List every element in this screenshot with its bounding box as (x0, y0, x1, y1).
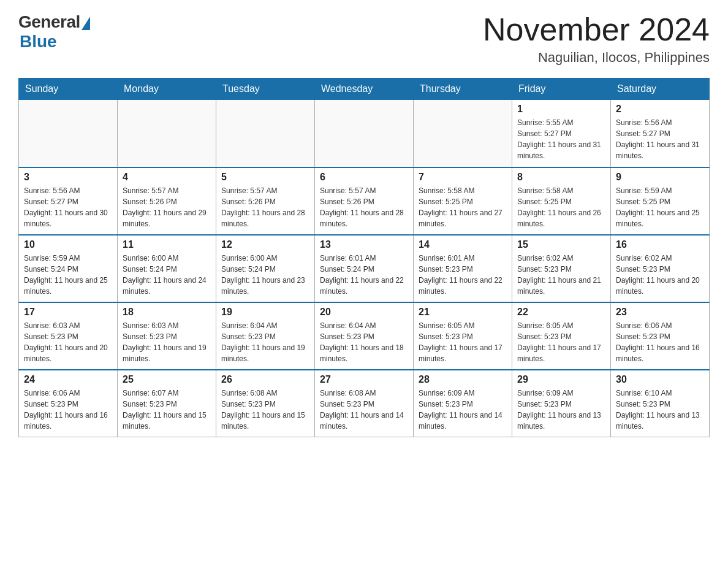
day-number: 26 (221, 374, 309, 385)
logo-general-text: General (18, 12, 80, 32)
day-number: 16 (616, 239, 704, 250)
weekday-header-thursday: Thursday (414, 79, 512, 100)
calendar-week-row-2: 3Sunrise: 5:56 AMSunset: 5:27 PMDaylight… (19, 167, 710, 235)
logo-blue-text: Blue (20, 32, 57, 52)
day-number: 12 (221, 239, 309, 250)
calendar-cell: 8Sunrise: 5:58 AMSunset: 5:25 PMDaylight… (512, 167, 611, 235)
weekday-header-monday: Monday (118, 79, 216, 100)
day-number: 1 (517, 104, 605, 115)
day-sun-info: Sunrise: 6:02 AMSunset: 5:23 PMDaylight:… (517, 253, 605, 297)
calendar-week-row-1: 1Sunrise: 5:55 AMSunset: 5:27 PMDaylight… (19, 100, 710, 167)
day-sun-info: Sunrise: 6:09 AMSunset: 5:23 PMDaylight:… (419, 388, 507, 432)
day-number: 10 (24, 239, 112, 250)
weekday-header-row: SundayMondayTuesdayWednesdayThursdayFrid… (19, 79, 710, 100)
logo: General Blue (18, 12, 90, 52)
weekday-header-saturday: Saturday (611, 79, 710, 100)
weekday-header-tuesday: Tuesday (216, 79, 315, 100)
weekday-header-wednesday: Wednesday (315, 79, 414, 100)
calendar-cell (414, 100, 512, 167)
calendar-cell: 24Sunrise: 6:06 AMSunset: 5:23 PMDayligh… (19, 370, 118, 437)
calendar-cell: 6Sunrise: 5:57 AMSunset: 5:26 PMDaylight… (315, 167, 414, 235)
calendar-cell (19, 100, 118, 167)
day-number: 15 (517, 239, 605, 250)
calendar-cell: 25Sunrise: 6:07 AMSunset: 5:23 PMDayligh… (118, 370, 216, 437)
calendar-week-row-5: 24Sunrise: 6:06 AMSunset: 5:23 PMDayligh… (19, 370, 710, 437)
calendar-cell: 10Sunrise: 5:59 AMSunset: 5:24 PMDayligh… (19, 235, 118, 302)
calendar-cell: 17Sunrise: 6:03 AMSunset: 5:23 PMDayligh… (19, 302, 118, 370)
day-sun-info: Sunrise: 6:00 AMSunset: 5:24 PMDaylight:… (123, 253, 211, 297)
day-sun-info: Sunrise: 6:10 AMSunset: 5:23 PMDaylight:… (616, 388, 704, 432)
day-number: 5 (221, 172, 309, 183)
calendar-cell: 20Sunrise: 6:04 AMSunset: 5:23 PMDayligh… (315, 302, 414, 370)
calendar-cell: 12Sunrise: 6:00 AMSunset: 5:24 PMDayligh… (216, 235, 315, 302)
calendar-cell: 26Sunrise: 6:08 AMSunset: 5:23 PMDayligh… (216, 370, 315, 437)
calendar-cell: 14Sunrise: 6:01 AMSunset: 5:23 PMDayligh… (414, 235, 512, 302)
day-sun-info: Sunrise: 5:59 AMSunset: 5:24 PMDaylight:… (24, 253, 112, 297)
calendar-cell: 2Sunrise: 5:56 AMSunset: 5:27 PMDaylight… (611, 100, 710, 167)
calendar-cell: 16Sunrise: 6:02 AMSunset: 5:23 PMDayligh… (611, 235, 710, 302)
day-number: 22 (517, 307, 605, 318)
day-sun-info: Sunrise: 6:04 AMSunset: 5:23 PMDaylight:… (320, 320, 408, 364)
day-sun-info: Sunrise: 6:03 AMSunset: 5:23 PMDaylight:… (123, 320, 211, 364)
day-sun-info: Sunrise: 5:59 AMSunset: 5:25 PMDaylight:… (616, 185, 704, 229)
day-sun-info: Sunrise: 6:05 AMSunset: 5:23 PMDaylight:… (517, 320, 605, 364)
calendar-cell: 22Sunrise: 6:05 AMSunset: 5:23 PMDayligh… (512, 302, 611, 370)
day-sun-info: Sunrise: 6:09 AMSunset: 5:23 PMDaylight:… (517, 388, 605, 432)
day-sun-info: Sunrise: 5:58 AMSunset: 5:25 PMDaylight:… (419, 185, 507, 229)
day-number: 25 (123, 374, 211, 385)
month-title: November 2024 (483, 12, 710, 47)
day-sun-info: Sunrise: 6:07 AMSunset: 5:23 PMDaylight:… (123, 388, 211, 432)
day-number: 30 (616, 374, 704, 385)
day-number: 27 (320, 374, 408, 385)
calendar-cell: 15Sunrise: 6:02 AMSunset: 5:23 PMDayligh… (512, 235, 611, 302)
day-number: 11 (123, 239, 211, 250)
weekday-header-friday: Friday (512, 79, 611, 100)
page-header: General Blue November 2024 Naguilian, Il… (18, 12, 710, 66)
weekday-header-sunday: Sunday (19, 79, 118, 100)
day-number: 24 (24, 374, 112, 385)
day-number: 28 (419, 374, 507, 385)
calendar-cell: 7Sunrise: 5:58 AMSunset: 5:25 PMDaylight… (414, 167, 512, 235)
day-number: 19 (221, 307, 309, 318)
day-number: 18 (123, 307, 211, 318)
calendar-table: SundayMondayTuesdayWednesdayThursdayFrid… (18, 78, 710, 437)
calendar-cell: 30Sunrise: 6:10 AMSunset: 5:23 PMDayligh… (611, 370, 710, 437)
day-sun-info: Sunrise: 6:01 AMSunset: 5:24 PMDaylight:… (320, 253, 408, 297)
calendar-cell (118, 100, 216, 167)
day-number: 4 (123, 172, 211, 183)
day-number: 14 (419, 239, 507, 250)
day-number: 17 (24, 307, 112, 318)
calendar-week-row-4: 17Sunrise: 6:03 AMSunset: 5:23 PMDayligh… (19, 302, 710, 370)
day-sun-info: Sunrise: 6:08 AMSunset: 5:23 PMDaylight:… (320, 388, 408, 432)
calendar-cell: 28Sunrise: 6:09 AMSunset: 5:23 PMDayligh… (414, 370, 512, 437)
day-sun-info: Sunrise: 5:58 AMSunset: 5:25 PMDaylight:… (517, 185, 605, 229)
day-number: 9 (616, 172, 704, 183)
day-number: 23 (616, 307, 704, 318)
calendar-cell: 4Sunrise: 5:57 AMSunset: 5:26 PMDaylight… (118, 167, 216, 235)
day-sun-info: Sunrise: 6:05 AMSunset: 5:23 PMDaylight:… (419, 320, 507, 364)
title-block: November 2024 Naguilian, Ilocos, Philipp… (483, 12, 710, 66)
calendar-week-row-3: 10Sunrise: 5:59 AMSunset: 5:24 PMDayligh… (19, 235, 710, 302)
day-sun-info: Sunrise: 5:55 AMSunset: 5:27 PMDaylight:… (517, 117, 605, 161)
day-sun-info: Sunrise: 5:56 AMSunset: 5:27 PMDaylight:… (616, 117, 704, 161)
calendar-cell: 18Sunrise: 6:03 AMSunset: 5:23 PMDayligh… (118, 302, 216, 370)
day-number: 7 (419, 172, 507, 183)
day-sun-info: Sunrise: 5:57 AMSunset: 5:26 PMDaylight:… (320, 185, 408, 229)
day-number: 20 (320, 307, 408, 318)
day-sun-info: Sunrise: 5:56 AMSunset: 5:27 PMDaylight:… (24, 185, 112, 229)
calendar-cell: 1Sunrise: 5:55 AMSunset: 5:27 PMDaylight… (512, 100, 611, 167)
calendar-cell: 11Sunrise: 6:00 AMSunset: 5:24 PMDayligh… (118, 235, 216, 302)
calendar-cell: 9Sunrise: 5:59 AMSunset: 5:25 PMDaylight… (611, 167, 710, 235)
logo-triangle-icon (82, 17, 90, 30)
calendar-cell: 23Sunrise: 6:06 AMSunset: 5:23 PMDayligh… (611, 302, 710, 370)
day-sun-info: Sunrise: 6:06 AMSunset: 5:23 PMDaylight:… (24, 388, 112, 432)
calendar-cell: 13Sunrise: 6:01 AMSunset: 5:24 PMDayligh… (315, 235, 414, 302)
calendar-cell: 29Sunrise: 6:09 AMSunset: 5:23 PMDayligh… (512, 370, 611, 437)
day-sun-info: Sunrise: 5:57 AMSunset: 5:26 PMDaylight:… (221, 185, 309, 229)
day-number: 6 (320, 172, 408, 183)
day-sun-info: Sunrise: 6:02 AMSunset: 5:23 PMDaylight:… (616, 253, 704, 297)
calendar-cell: 21Sunrise: 6:05 AMSunset: 5:23 PMDayligh… (414, 302, 512, 370)
day-sun-info: Sunrise: 6:00 AMSunset: 5:24 PMDaylight:… (221, 253, 309, 297)
calendar-cell (216, 100, 315, 167)
day-sun-info: Sunrise: 6:03 AMSunset: 5:23 PMDaylight:… (24, 320, 112, 364)
